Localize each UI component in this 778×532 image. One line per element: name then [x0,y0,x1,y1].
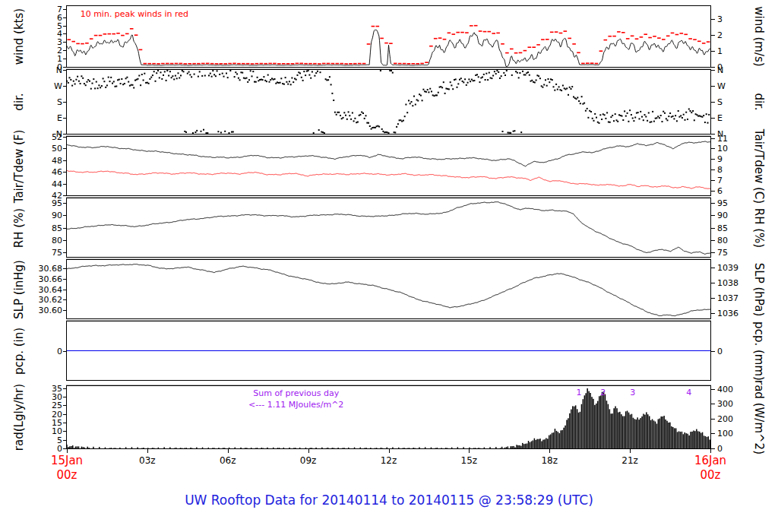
rad-hour-mark-4: 4 [686,388,691,397]
rad-left-axis-title: rad(Lgly/hr) [12,341,27,493]
wind-annotation: 10 min. peak winds in red [81,9,188,19]
rad-right-tick [711,448,715,449]
x-axis-end-date: 16Jan 00z [672,454,748,483]
x-axis-tick [469,449,470,453]
dir-plot [67,70,710,134]
tdew-series [67,170,710,188]
rad-left-tick [63,414,67,415]
tair-right-tick [711,191,715,192]
tair-left-tick [63,195,67,196]
rad-right-tick [711,419,715,420]
slp-left-tick [63,310,67,311]
dir-left-tick [63,86,67,87]
dir-left-tick [63,134,67,135]
end-date-line2: 00z [672,468,748,483]
dir-panel [66,69,711,135]
wind_speed-series [67,30,710,66]
x-axis-tick-label: 03z [125,455,170,466]
rh-right-tick [711,228,715,229]
x-axis-tick-label: 09z [286,455,331,466]
wind-left-tick [63,67,67,68]
x-axis-tick [389,449,390,453]
tair-right-tick [711,138,715,139]
x-axis-tick-label: 12z [366,455,412,466]
x-axis-tick [549,449,550,453]
start-date-line2: 00z [29,468,105,483]
tair-plot [67,137,710,195]
slp-left-tick [63,290,67,290]
rh-panel [66,198,711,258]
slp-plot [67,260,710,318]
x-axis-start-date: 15Jan 00z [29,454,105,483]
wind-left-tick [63,9,67,10]
rad-hour-mark-3: 3 [630,388,635,397]
x-axis-tick [67,449,68,453]
peak_wind_10min-series [68,25,710,65]
rh-right-tick [711,215,715,216]
rad-annotation-1: <--- 1.11 MJoules/m^2 [248,400,343,410]
x-axis-tick-label: 15z [446,455,492,466]
rad-left-tick [63,423,67,423]
wind-right-tick [711,67,715,68]
tair-right-tick [711,148,715,149]
x-axis-tick [710,449,711,453]
rad-left-tick [63,431,67,432]
rad-panel [66,385,711,449]
relative_humidity-series [67,202,710,255]
x-axis-tick [308,449,309,453]
slp-left-tick [63,279,67,280]
tair-left-tick [63,148,67,149]
slp-right-tick [711,298,715,299]
rad-hour-mark-1: 1 [577,388,582,397]
tair-series [67,141,710,166]
rh-right-tick [711,240,715,241]
pcp-left-tick [63,351,67,352]
dir-right-tick [711,102,715,103]
slp-left-tick [63,268,67,269]
x-axis-tick-label: 21z [607,455,653,466]
rh-left-tick [63,215,67,216]
tair-panel [66,136,711,196]
wind_direction-series [67,70,710,134]
wind-right-tick [711,35,715,36]
rh-right-tick [711,203,715,204]
tair-right-tick [711,169,715,170]
slp-right-tick [711,268,715,268]
wind-left-tick [63,42,67,43]
x-axis-tick-label: 18z [527,455,572,466]
dir-right-tick [711,118,715,119]
x-axis-tick [147,449,148,453]
rad-left-tick [63,405,67,406]
tair-left-tick [63,172,67,173]
wind-right-tick [711,19,715,20]
rad-right-tick [711,433,715,434]
rh-plot [67,198,710,257]
wind-left-tick [63,59,67,59]
rh-left-tick [63,203,67,204]
wind-left-tick [63,33,67,34]
dir-right-tick [711,134,715,135]
rh-left-tick [63,252,67,253]
rad-plot [67,386,710,448]
pcp-plot [67,321,710,380]
rh-left-tick [63,240,67,241]
slp-right-tick [711,283,715,283]
rh-right-tick [711,252,715,253]
dir-right-tick [711,70,715,71]
rh-left-tick [63,228,67,229]
uw-rooftop-weather-page: 012345670123wind (kts)wind (m/s)10 min. … [0,0,778,532]
rad-hour-mark-2: 2 [600,388,606,397]
sea_level_pressure-series [67,264,710,316]
dir-left-tick [63,102,67,103]
tair-right-tick [711,159,715,160]
tair-left-tick [63,184,67,185]
rad-right-tick [711,404,715,404]
dir-right-tick [711,86,715,87]
slp-left-tick [63,299,67,300]
x-axis-tick [228,449,229,453]
wind-left-tick [63,17,67,18]
x-axis-tick-label: 06z [205,455,251,466]
solar_radiation-series [67,388,710,448]
rad-right-tick [711,389,715,390]
rad-left-tick [63,397,67,397]
